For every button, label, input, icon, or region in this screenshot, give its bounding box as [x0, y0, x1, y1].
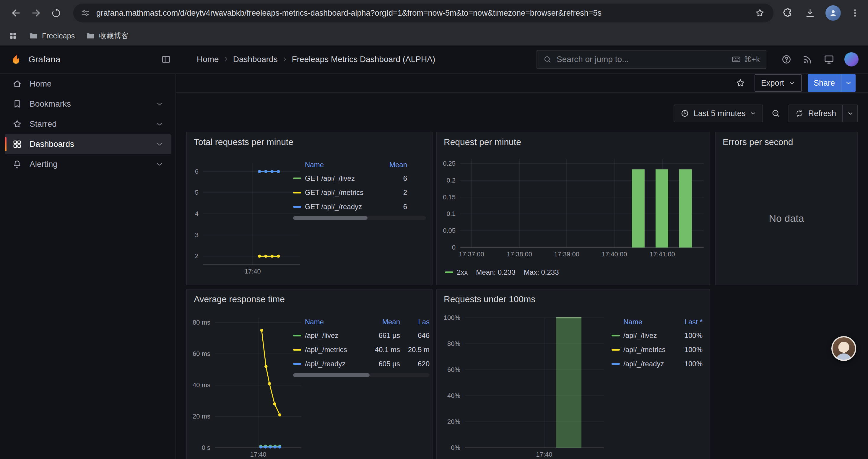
favorite-dashboard-button[interactable] — [732, 74, 749, 92]
series-label[interactable]: GET /api/_/readyz — [305, 203, 370, 211]
time-series-chart[interactable]: 6543217:40 — [191, 156, 307, 281]
breadcrumb-home[interactable]: Home — [197, 55, 219, 64]
mega-menu-toggle[interactable] — [161, 54, 172, 65]
series-label[interactable]: 2xx — [457, 268, 468, 276]
legend-header-last[interactable]: Last * — [672, 318, 703, 326]
dashboard-canvas: Total requests per minute 6543217:40 Nam… — [176, 126, 868, 459]
series-color-dash — [293, 177, 301, 179]
legend-row: GET /api/_/metrics 2 — [293, 186, 426, 200]
clock-icon — [680, 109, 689, 118]
scrollbar-thumb[interactable] — [293, 373, 370, 377]
legend-row: /api/_/livez 661 µs 646 — [293, 328, 430, 342]
bookmark-folder-freeleaps[interactable]: Freeleaps — [28, 31, 75, 40]
series-mean: 6 — [374, 203, 407, 211]
bookmark-star-button[interactable] — [753, 6, 766, 20]
series-label[interactable]: /api/_/readyz — [623, 360, 668, 368]
legend-header-last[interactable]: Las — [404, 318, 430, 326]
legend-table: Name Mean Las /api/_/livez 661 µs 646 — [293, 316, 430, 377]
search-shortcut: ⌘+k — [732, 55, 760, 64]
address-bar[interactable]: grafana.mathmast.com/d/deytv4rwavabkb/fr… — [73, 4, 773, 23]
svg-text:6: 6 — [195, 168, 198, 175]
series-color-dash — [612, 349, 620, 351]
help-button[interactable] — [780, 54, 793, 65]
svg-text:3: 3 — [195, 231, 198, 239]
search-box[interactable]: ⌘+k — [536, 50, 766, 69]
url-text[interactable]: grafana.mathmast.com/d/deytv4rwavabkb/fr… — [96, 8, 747, 18]
series-label[interactable]: GET /api/_/livez — [305, 174, 370, 183]
panel-title[interactable]: Errors per second — [723, 137, 793, 147]
series-label[interactable]: /api/_/livez — [623, 331, 668, 340]
search-input[interactable] — [557, 55, 727, 64]
breadcrumb-dashboards[interactable]: Dashboards — [233, 55, 278, 64]
home-icon — [12, 78, 23, 89]
back-button[interactable] — [6, 3, 26, 23]
panel-title[interactable]: Average response time — [194, 294, 285, 304]
svg-text:0.25: 0.25 — [443, 160, 456, 167]
downloads-button[interactable] — [803, 3, 817, 23]
refresh-button[interactable]: Refresh — [788, 104, 843, 122]
time-range-picker[interactable]: Last 5 minutes — [674, 104, 764, 122]
legend-header-name[interactable]: Name — [623, 318, 668, 326]
svg-text:17:39:00: 17:39:00 — [554, 251, 579, 258]
news-button[interactable] — [802, 54, 814, 65]
star-icon — [754, 8, 765, 18]
zoom-out-button[interactable] — [768, 104, 784, 122]
svg-text:40 ms: 40 ms — [193, 381, 210, 389]
profile-button[interactable] — [826, 5, 841, 21]
help-icon — [780, 54, 793, 65]
sidebar-item-dashboards[interactable]: Dashboards — [5, 134, 171, 154]
export-button[interactable]: Export — [754, 74, 802, 92]
series-label[interactable]: /api/_/livez — [305, 331, 362, 340]
legend-header-mean[interactable]: Mean — [374, 161, 407, 169]
series-label[interactable]: /api/_/metrics — [305, 346, 362, 354]
display-button[interactable] — [823, 54, 835, 65]
svg-text:4: 4 — [195, 210, 198, 218]
apps-grid-button[interactable] — [8, 31, 18, 40]
svg-text:17:40: 17:40 — [245, 268, 261, 275]
floating-avatar-button[interactable] — [831, 336, 856, 361]
browser-toolbar: grafana.mathmast.com/d/deytv4rwavabkb/fr… — [0, 0, 868, 26]
bell-icon — [12, 159, 23, 169]
scrollbar-thumb[interactable] — [293, 216, 368, 220]
series-label[interactable]: /api/_/readyz — [305, 360, 362, 368]
forward-button[interactable] — [26, 3, 46, 23]
refresh-interval-button[interactable] — [843, 104, 858, 122]
extensions-button[interactable] — [780, 3, 795, 23]
series-label[interactable]: /api/_/metrics — [623, 346, 668, 354]
legend-header: Name Last * — [612, 316, 703, 328]
panel-title[interactable]: Request per minute — [444, 137, 521, 147]
bookmark-folder-blogs[interactable]: 收藏博客 — [85, 31, 128, 41]
legend-scrollbar[interactable] — [293, 216, 426, 220]
user-avatar[interactable] — [844, 52, 859, 66]
sidebar-item-alerting[interactable]: Alerting — [5, 154, 171, 174]
legend-header-name[interactable]: Name — [305, 161, 370, 169]
sidebar-item-home[interactable]: Home — [5, 74, 171, 94]
legend-scrollbar[interactable] — [293, 373, 430, 377]
share-menu-button[interactable] — [841, 74, 856, 92]
panel-title[interactable]: Total requests per minute — [194, 137, 293, 147]
site-settings-icon[interactable] — [80, 8, 90, 18]
grafana-top-bar: Grafana Home Dashboards Freeleaps Metric… — [0, 45, 868, 74]
apps-grid-icon — [8, 31, 18, 40]
series-label[interactable]: GET /api/_/metrics — [305, 189, 370, 197]
time-series-chart[interactable]: 80 ms60 ms40 ms20 ms0 s17:40 — [191, 313, 307, 459]
panel-title[interactable]: Requests under 100ms — [444, 294, 535, 304]
sidebar-item-bookmarks[interactable]: Bookmarks — [5, 94, 171, 114]
reload-button[interactable] — [46, 3, 66, 23]
legend-header-mean[interactable]: Mean — [366, 318, 400, 326]
series-last: 100% — [672, 360, 703, 368]
bar-chart[interactable]: 100%80%60%40%20%0%17:40 — [441, 313, 619, 459]
browser-menu-button[interactable] — [849, 3, 861, 23]
svg-text:80 ms: 80 ms — [193, 319, 210, 326]
top-bar-icons — [780, 52, 859, 66]
arrow-right-icon — [30, 7, 42, 19]
legend-header-name[interactable]: Name — [305, 318, 362, 326]
sidebar-item-starred[interactable]: Starred — [5, 114, 171, 134]
panel-requests-under-100ms: Requests under 100ms 100%80%60%40%20%0%1… — [436, 289, 710, 459]
svg-text:2: 2 — [195, 252, 198, 260]
series-color-dash — [293, 206, 301, 208]
bar-chart[interactable]: 0.250.20.150.10.05017:37:0017:38:0017:39… — [441, 156, 706, 281]
series-mean: 605 µs — [366, 360, 400, 368]
search-icon — [543, 55, 552, 64]
share-button[interactable]: Share — [808, 74, 841, 92]
